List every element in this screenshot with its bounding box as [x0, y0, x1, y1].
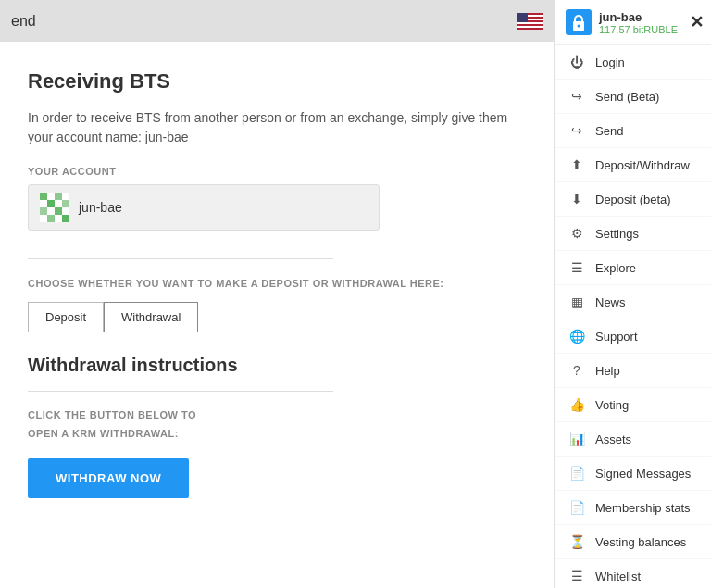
signed-messages-label: Signed Messages [595, 467, 691, 481]
explore-label: Explore [595, 261, 636, 275]
sidebar-item-support[interactable]: 🌐Support [555, 319, 711, 354]
voting-label: Voting [595, 398, 629, 412]
sidebar-item-signed-messages[interactable]: 📄Signed Messages [555, 457, 711, 491]
sidebar-item-vesting-balances[interactable]: ⏳Vesting balances [555, 525, 711, 559]
svg-rect-6 [517, 13, 528, 22]
svg-rect-13 [47, 200, 55, 207]
deposit-tab[interactable]: Deposit [28, 302, 104, 332]
svg-rect-20 [40, 215, 47, 222]
deposit-beta-icon: ⬇ [568, 192, 586, 206]
svg-rect-12 [40, 200, 47, 207]
support-label: Support [595, 330, 638, 344]
settings-label: Settings [595, 227, 639, 241]
sidebar-item-voting[interactable]: 👍Voting [555, 388, 711, 422]
sidebar-item-send[interactable]: ↪Send [555, 114, 711, 148]
voting-icon: 👍 [568, 397, 586, 412]
svg-rect-22 [55, 215, 62, 222]
svg-point-25 [578, 25, 580, 28]
choose-label: CHOOSE WHETHER YOU WANT TO MAKE A DEPOSI… [28, 278, 526, 289]
news-icon: ▦ [568, 294, 586, 309]
sidebar-item-login[interactable]: ⏻Login [555, 45, 711, 80]
sidebar: jun-bae 117.57 bitRUBLE ✕ ⏻Login↪Send (B… [554, 0, 711, 588]
withdraw-now-button[interactable]: WITHDRAW NOW [28, 458, 189, 498]
deposit-withdraw-icon: ⬆ [568, 157, 586, 172]
svg-rect-15 [62, 200, 69, 207]
send-beta-label: Send (Beta) [595, 90, 659, 104]
deposit-beta-label: Deposit (beta) [595, 193, 671, 206]
whitelist-label: Whitelist [595, 569, 641, 583]
login-icon: ⏻ [568, 55, 586, 69]
sidebar-username: jun-bae [599, 10, 678, 24]
account-avatar-icon [40, 193, 69, 222]
withdrawal-title: Withdrawal instructions [28, 355, 526, 376]
sidebar-item-send-beta[interactable]: ↪Send (Beta) [555, 80, 711, 114]
explore-icon: ☰ [568, 260, 586, 275]
membership-stats-icon: 📄 [568, 500, 586, 515]
top-bar: end [0, 0, 554, 42]
svg-rect-4 [517, 24, 543, 26]
sidebar-header: jun-bae 117.57 bitRUBLE ✕ [555, 0, 711, 45]
sidebar-balance: 117.57 bitRUBLE [599, 24, 678, 35]
sidebar-menu: ⏻Login↪Send (Beta)↪Send⬆Deposit/Withdraw… [555, 45, 711, 588]
news-label: News [595, 295, 626, 309]
assets-icon: 📊 [568, 432, 586, 446]
lock-icon [566, 9, 592, 35]
login-label: Login [595, 56, 625, 69]
svg-rect-10 [55, 193, 62, 200]
withdrawal-tab[interactable]: Withdrawal [104, 302, 198, 332]
sidebar-item-settings[interactable]: ⚙Settings [555, 217, 711, 251]
whitelist-icon: ☰ [568, 569, 586, 583]
svg-rect-17 [47, 207, 55, 215]
sidebar-item-membership-stats[interactable]: 📄Membership stats [555, 491, 711, 525]
send-icon: ↪ [568, 123, 586, 138]
sidebar-item-help[interactable]: ?Help [555, 354, 711, 388]
svg-rect-19 [62, 207, 69, 215]
send-label: Send [595, 124, 623, 138]
page-description: In order to receive BTS from another per… [28, 108, 526, 147]
main-content: end Receiving BTS In order to receive BT… [0, 0, 554, 588]
content-area: Receiving BTS In order to receive BTS fr… [0, 42, 554, 517]
support-icon: 🌐 [568, 329, 586, 344]
account-input-row: jun-bae [28, 184, 380, 231]
section-divider [28, 258, 333, 259]
svg-rect-5 [517, 28, 543, 30]
svg-rect-18 [55, 207, 62, 215]
sidebar-item-whitelist[interactable]: ☰Whitelist [555, 559, 711, 588]
click-label: CLICK THE BUTTON BELOW TO OPEN A KRM WIT… [28, 407, 526, 444]
svg-rect-23 [62, 215, 69, 222]
help-icon: ? [568, 363, 586, 378]
svg-rect-21 [47, 215, 55, 222]
sidebar-item-news[interactable]: ▦News [555, 285, 711, 319]
sidebar-item-deposit-beta[interactable]: ⬇Deposit (beta) [555, 182, 711, 217]
svg-rect-16 [40, 207, 47, 215]
sidebar-item-explore[interactable]: ☰Explore [555, 251, 711, 285]
vesting-balances-icon: ⏳ [568, 534, 586, 549]
svg-rect-9 [47, 193, 55, 200]
page-title: Receiving BTS [28, 69, 526, 94]
tab-row: Deposit Withdrawal [28, 302, 526, 332]
your-account-label: YOUR ACCOUNT [28, 166, 526, 177]
account-name-value: jun-bae [79, 200, 122, 215]
svg-rect-11 [62, 193, 69, 200]
withdrawal-divider [28, 391, 333, 392]
settings-icon: ⚙ [568, 226, 586, 241]
deposit-withdraw-label: Deposit/Withdraw [595, 158, 690, 172]
sidebar-close-button[interactable]: ✕ [690, 12, 704, 32]
svg-rect-8 [40, 193, 47, 200]
svg-rect-14 [55, 200, 62, 207]
signed-messages-icon: 📄 [568, 466, 586, 481]
help-label: Help [595, 364, 620, 378]
topbar-left-text: end [11, 13, 36, 30]
flag-icon [517, 13, 543, 30]
membership-stats-label: Membership stats [595, 501, 691, 515]
sidebar-item-assets[interactable]: 📊Assets [555, 422, 711, 457]
send-beta-icon: ↪ [568, 89, 586, 104]
vesting-balances-label: Vesting balances [595, 535, 686, 549]
sidebar-item-deposit-withdraw[interactable]: ⬆Deposit/Withdraw [555, 148, 711, 182]
assets-label: Assets [595, 432, 631, 446]
sidebar-user-info: jun-bae 117.57 bitRUBLE [599, 10, 678, 35]
